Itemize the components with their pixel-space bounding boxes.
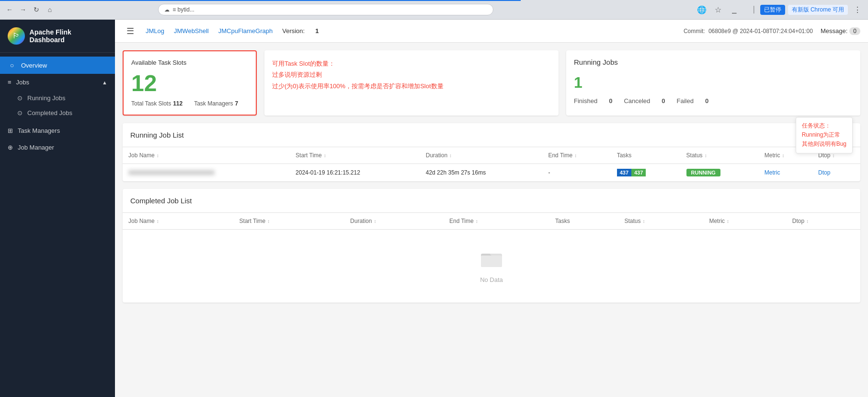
completed-jobs-section-title: Completed Job List — [130, 197, 192, 205]
split-button[interactable]: ⎹ — [744, 3, 757, 16]
jmlog-link[interactable]: JMLog — [146, 27, 164, 35]
translate-button[interactable]: 🌐 — [695, 3, 708, 16]
ccol-status-sort[interactable]: ↕ — [642, 219, 645, 224]
running-jobs-number: 1 — [574, 74, 853, 92]
ccol-end-time-sort[interactable]: ↕ — [476, 219, 478, 224]
ccol-dtop: Dtop↕ — [787, 213, 860, 230]
running-jobs-table-body: 2024-01-19 16:21:15.212 42d 22h 35m 27s … — [123, 164, 860, 182]
sidebar-item-overview[interactable]: ○ Overview — [0, 57, 115, 74]
svg-rect-1 — [481, 256, 502, 267]
start-time-cell: 2024-01-19 16:21:15.212 — [290, 164, 420, 182]
info-line-3: 过少(为0)表示使用率100%，按需考虑是否扩容和增加Slot数量 — [272, 81, 551, 92]
overview-icon: ○ — [8, 61, 16, 69]
task-slots-title: Available Task Slots — [131, 59, 248, 66]
col-status: Status↕ — [681, 147, 759, 164]
no-data-icon — [480, 249, 503, 272]
canceled-label: Canceled — [624, 97, 650, 105]
ccol-start-time-sort[interactable]: ↕ — [267, 219, 270, 224]
task-managers-item: Task Managers 7 — [194, 100, 238, 107]
bookmark-button[interactable]: ☆ — [711, 3, 725, 16]
sidebar-nav: ○ Overview ≡ Jobs ▲ ⊙ Running Jobs ⊙ Com — [0, 53, 115, 397]
completed-jobs-table-header: Job Name↕ Start Time↕ Duration↕ End Time… — [123, 213, 860, 230]
task-managers-icon: ⊞ — [8, 127, 13, 134]
jmcpuflamegraph-link[interactable]: JMCpuFlameGraph — [218, 27, 273, 35]
task-slots-footer: Total Task Slots 112 Task Managers 7 — [131, 100, 248, 107]
sidebar-item-task-managers[interactable]: ⊞ Task Managers — [0, 122, 115, 139]
top-bar-right: Commit: 06808e9 @ 2024-01-08T07:24:04+01… — [684, 27, 860, 35]
col-end-time: End Time↕ — [542, 147, 611, 164]
sidebar-item-jobs-label: Jobs — [16, 79, 29, 86]
jmwebshell-link[interactable]: JMWebShell — [174, 27, 209, 35]
running-jobs-section-header: Running Job List — [123, 123, 860, 147]
ccol-tasks: Tasks — [549, 213, 618, 230]
ccol-metric: Metric↕ — [703, 213, 786, 230]
hamburger-button[interactable]: ☰ — [123, 22, 138, 40]
col-dtop-sort[interactable]: ↕ — [832, 153, 834, 158]
sidebar-item-job-manager[interactable]: ⊕ Job Manager — [0, 139, 115, 156]
ccol-status: Status↕ — [618, 213, 703, 230]
col-start-time: Start Time↕ — [290, 147, 420, 164]
finished-value: 0 — [609, 97, 612, 105]
task-slots-number: 12 — [131, 70, 248, 96]
menu-button[interactable]: ⋮ — [851, 3, 864, 16]
running-jobs-table: Job Name↕ Start Time↕ Duration↕ End Time… — [123, 147, 860, 181]
col-metric-sort[interactable]: ↕ — [782, 153, 784, 158]
col-status-sort[interactable]: ↕ — [705, 153, 707, 158]
home-button[interactable]: ⌂ — [44, 4, 56, 15]
sidebar-item-completed-jobs-label: Completed Jobs — [27, 109, 72, 117]
jobs-icon: ≡ — [8, 79, 11, 86]
metric-link[interactable]: Metric — [765, 169, 780, 176]
cards-row: Available Task Slots 12 Total Task Slots… — [123, 50, 860, 116]
sidebar-item-jobs[interactable]: ≡ Jobs ▲ — [0, 74, 115, 91]
running-jobs-annotation: 任务状态： Running为正常 其他则说明有Bug — [796, 117, 853, 153]
col-end-time-sort[interactable]: ↕ — [574, 153, 577, 158]
sidebar-item-overview-label: Overview — [21, 62, 47, 69]
annotation-line1: 任务状态： — [802, 121, 846, 130]
running-jobs-section-title: Running Job List — [130, 131, 184, 139]
task-managers-value: 7 — [235, 100, 239, 107]
top-links: JMLog JMWebShell JMCpuFlameGraph Version… — [146, 27, 319, 35]
ccol-job-name-sort[interactable]: ↕ — [157, 219, 159, 224]
sidebar-item-task-managers-label: Task Managers — [18, 127, 60, 134]
task-managers-label: Task Managers — [194, 100, 233, 107]
top-bar: ☰ JMLog JMWebShell JMCpuFlameGraph Versi… — [115, 20, 868, 43]
col-start-time-sort[interactable]: ↕ — [324, 153, 326, 158]
col-duration-sort[interactable]: ↕ — [449, 153, 452, 158]
no-data: No Data — [123, 230, 860, 303]
dtop-cell: Dtop — [812, 164, 860, 182]
annotation-line3: 其他则说明有Bug — [802, 140, 846, 149]
forward-button[interactable]: → — [17, 4, 29, 15]
task-slots-card: Available Task Slots 12 Total Task Slots… — [123, 50, 257, 116]
canceled-value: 0 — [662, 97, 665, 105]
extensions-button[interactable]: ⎯ — [728, 3, 741, 16]
ccol-metric-sort[interactable]: ↕ — [727, 219, 729, 224]
tasks-green: 437 — [631, 169, 646, 176]
col-job-name-sort[interactable]: ↕ — [157, 153, 159, 158]
logo-icon: 🏳 — [8, 27, 25, 45]
job-name-blurred — [128, 170, 215, 175]
col-tasks: Tasks — [611, 147, 681, 164]
dtop-link[interactable]: Dtop — [818, 169, 830, 176]
ccol-end-time: End Time↕ — [444, 213, 549, 230]
ccol-dtop-sort[interactable]: ↕ — [806, 219, 809, 224]
ccol-duration-sort[interactable]: ↕ — [374, 219, 376, 224]
back-button[interactable]: ← — [4, 4, 15, 15]
sidebar-children-jobs: ⊙ Running Jobs ⊙ Completed Jobs — [0, 91, 115, 120]
status-cell: RUNNING — [681, 164, 759, 182]
profile-button[interactable]: 已暂停 — [760, 5, 785, 15]
ccol-start-time: Start Time↕ — [234, 213, 345, 230]
running-jobs-title: Running Jobs — [574, 58, 853, 66]
end-time-cell: - — [542, 164, 611, 182]
reload-button[interactable]: ↻ — [31, 4, 42, 15]
info-box: 可用Task Slot的数量： 过多说明资源过剩 过少(为0)表示使用率100%… — [264, 50, 559, 116]
update-button[interactable]: 有新版 Chrome 可用 — [788, 5, 848, 15]
tasks-cell: 437 437 — [611, 164, 681, 182]
sidebar-item-completed-jobs[interactable]: ⊙ Completed Jobs — [0, 105, 115, 120]
running-jobs-card: Running Jobs 1 Finished 0 Canceled 0 Fai… — [566, 50, 860, 116]
sidebar-item-job-manager-label: Job Manager — [18, 144, 54, 151]
sidebar-item-running-jobs[interactable]: ⊙ Running Jobs — [0, 91, 115, 105]
no-data-text: No Data — [480, 276, 503, 283]
completed-jobs-section: Completed Job List Job Name↕ Start Time↕… — [123, 189, 860, 303]
running-jobs-table-header: Job Name↕ Start Time↕ Duration↕ End Time… — [123, 147, 860, 164]
address-bar[interactable]: ☁ ≡ bytid... — [158, 4, 493, 15]
